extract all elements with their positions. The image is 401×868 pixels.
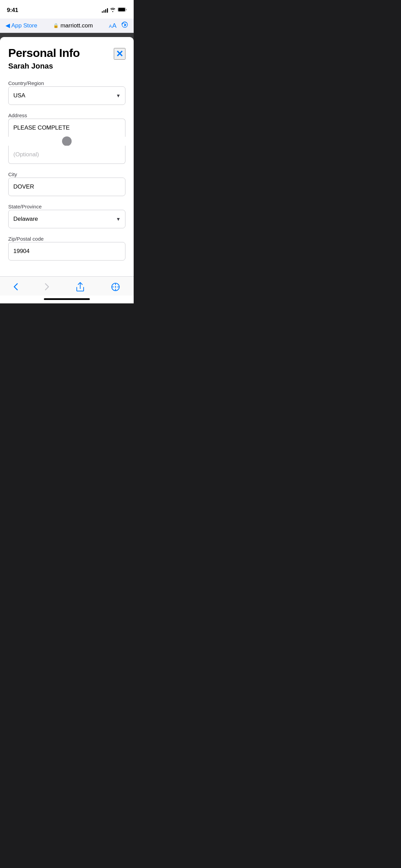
status-time: 9:41 — [7, 7, 18, 14]
bottom-navigation — [0, 276, 134, 296]
separator-dot — [62, 136, 72, 146]
app-store-back-label: App Store — [11, 22, 37, 29]
svg-point-3 — [115, 286, 116, 288]
reload-button[interactable] — [121, 21, 128, 30]
wifi-icon — [110, 7, 116, 13]
zip-postal-input[interactable] — [8, 242, 125, 261]
page-content: Personal Info ✕ Sarah Jonas Country/Regi… — [0, 33, 134, 276]
country-region-group: Country/Region ▼ — [8, 80, 125, 105]
back-arrow-icon: ◀ — [5, 22, 10, 29]
battery-icon — [118, 7, 127, 13]
close-button[interactable]: ✕ — [114, 48, 125, 60]
state-province-label: State/Province — [8, 204, 42, 209]
zip-group: Zip/Postal code — [8, 236, 125, 261]
home-indicator — [0, 296, 134, 303]
city-input[interactable] — [8, 178, 125, 196]
aa-large-icon: A — [112, 22, 117, 29]
address-line1-input[interactable] — [8, 119, 125, 137]
status-bar: 9:41 — [0, 0, 134, 19]
city-label: City — [8, 171, 17, 177]
modal-sheet: Personal Info ✕ Sarah Jonas Country/Regi… — [0, 37, 134, 276]
home-bar — [44, 298, 90, 300]
signal-bars-icon — [102, 8, 108, 13]
address-label: Address — [8, 112, 27, 118]
status-icons — [102, 7, 127, 13]
aa-small-icon: A — [109, 24, 112, 29]
modal-title: Personal Info — [8, 47, 80, 59]
browser-back-button[interactable] — [10, 282, 22, 292]
browser-actions: A A — [109, 21, 128, 30]
address-separator — [8, 137, 125, 146]
svg-rect-1 — [118, 8, 125, 11]
lock-icon: 🔒 — [53, 23, 59, 28]
city-group: City — [8, 171, 125, 196]
compass-button[interactable] — [107, 281, 124, 293]
state-select-wrapper[interactable]: ▼ — [8, 210, 125, 228]
country-region-input[interactable] — [8, 86, 125, 105]
aa-button[interactable]: A A — [109, 22, 117, 29]
country-select-wrapper[interactable]: ▼ — [8, 86, 125, 105]
browser-bar: ◀ App Store 🔒 marriott.com A A — [0, 19, 134, 33]
share-button[interactable] — [72, 281, 88, 293]
back-nav[interactable]: ◀ App Store — [5, 22, 37, 29]
url-text: marriott.com — [60, 22, 93, 29]
url-bar[interactable]: 🔒 marriott.com — [53, 22, 93, 29]
user-name: Sarah Jonas — [8, 62, 125, 71]
browser-forward-button[interactable] — [41, 282, 53, 292]
state-province-input[interactable] — [8, 210, 125, 228]
modal-header: Personal Info ✕ — [8, 47, 125, 60]
country-region-label: Country/Region — [8, 80, 44, 86]
close-icon: ✕ — [116, 49, 123, 58]
state-group: State/Province ▼ — [8, 204, 125, 228]
address-line2-input[interactable] — [8, 146, 125, 164]
zip-postal-label: Zip/Postal code — [8, 236, 44, 242]
address-group: Address — [8, 112, 125, 164]
